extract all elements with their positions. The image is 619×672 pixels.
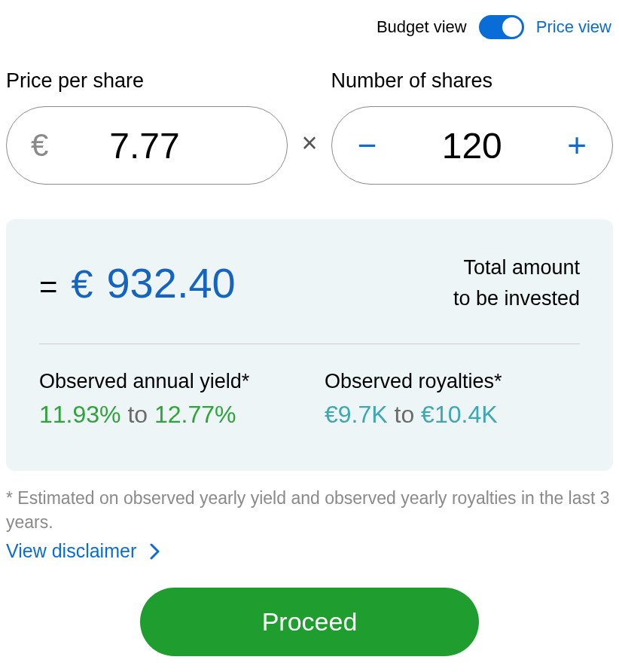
yield-label: Observed annual yield* xyxy=(39,370,294,393)
equals-icon: = xyxy=(39,269,58,305)
chevron-right-icon xyxy=(150,543,160,560)
yield-low: 11.93% xyxy=(39,401,121,428)
disclaimer-link-text: View disclaimer xyxy=(6,540,136,562)
number-of-shares-group: Number of shares − 120 + xyxy=(331,69,613,185)
shares-stepper: − 120 + xyxy=(331,106,613,185)
price-view-label[interactable]: Price view xyxy=(536,17,611,37)
proceed-wrap: Proceed xyxy=(6,588,613,656)
price-per-share-group: Price per share € 7.77 xyxy=(6,69,288,185)
royalties-low: €9.7K xyxy=(325,401,388,428)
toggle-knob xyxy=(502,17,522,37)
number-of-shares-label: Number of shares xyxy=(331,69,613,93)
price-per-share-input[interactable]: € 7.77 xyxy=(6,106,288,185)
yield-to: to xyxy=(127,401,148,428)
total-label: Total amount to be invested xyxy=(453,252,580,313)
total-currency: € xyxy=(72,261,93,307)
divider xyxy=(39,344,580,344)
input-row: Price per share € 7.77 × Number of share… xyxy=(6,69,613,185)
royalties-value: €9.7K to €10.4K xyxy=(325,401,580,429)
total-row: = € 932.40 Total amount to be invested xyxy=(39,252,580,313)
view-disclaimer-link[interactable]: View disclaimer xyxy=(6,540,160,562)
total-label-line2: to be invested xyxy=(453,283,580,314)
royalties-metric: Observed royalties* €9.7K to €10.4K xyxy=(325,370,580,429)
yield-value: 11.93% to 12.77% xyxy=(39,401,294,429)
view-toggle-row: Budget view Price view xyxy=(6,15,613,39)
increment-button[interactable]: + xyxy=(566,129,588,162)
total-amount-display: = € 932.40 xyxy=(39,258,236,307)
decrement-button[interactable]: − xyxy=(356,129,379,162)
budget-view-label[interactable]: Budget view xyxy=(377,17,467,37)
price-value: 7.77 xyxy=(48,125,240,166)
euro-icon: € xyxy=(31,127,48,163)
royalties-label: Observed royalties* xyxy=(325,370,580,393)
price-per-share-label: Price per share xyxy=(6,69,288,93)
disclaimer-text: * Estimated on observed yearly yield and… xyxy=(6,486,613,534)
yield-metric: Observed annual yield* 11.93% to 12.77% xyxy=(39,370,294,429)
royalties-high: €10.4K xyxy=(421,401,497,428)
total-label-line1: Total amount xyxy=(453,252,580,283)
multiply-icon: × xyxy=(301,127,317,185)
total-value: 932.40 xyxy=(106,258,235,307)
summary-panel: = € 932.40 Total amount to be invested O… xyxy=(6,219,613,471)
yield-high: 12.77% xyxy=(154,401,236,428)
proceed-button[interactable]: Proceed xyxy=(140,588,479,656)
view-toggle-switch[interactable] xyxy=(479,15,524,39)
shares-value[interactable]: 120 xyxy=(379,125,566,166)
metrics-row: Observed annual yield* 11.93% to 12.77% … xyxy=(39,370,580,429)
royalties-to: to xyxy=(395,401,415,428)
